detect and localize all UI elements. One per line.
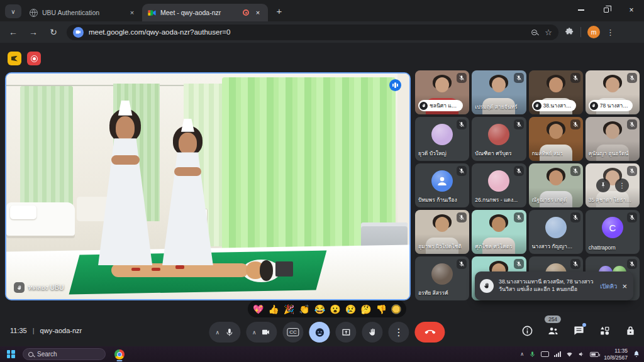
pin-button[interactable] [596, 178, 610, 192]
participant-tile[interactable]: C chattraporn [586, 210, 640, 254]
participant-name: 38.นางสาวเ... [543, 101, 573, 110]
tab-ubu-authentication[interactable]: UBU Authentication × [24, 4, 142, 21]
tab-meet[interactable]: Meet - qwy-aoda-nzr × [142, 4, 268, 21]
record-extension-button[interactable] [27, 52, 41, 65]
reaction-button[interactable]: 🎉 [284, 305, 294, 314]
mic-muted-icon [627, 119, 637, 129]
camera-options-chevron-icon[interactable]: ∧ [252, 329, 257, 336]
participant-tile[interactable]: อรทัย สีสรรค์ [415, 256, 469, 300]
taskbar-chrome-app[interactable] [112, 347, 127, 361]
silhouette-hair [433, 214, 452, 229]
recording-indicator-icon [243, 9, 249, 16]
hidden-icons-chevron[interactable]: ∧ [520, 351, 524, 357]
start-button[interactable] [4, 348, 18, 361]
more-options-button[interactable]: ⋮ [389, 322, 409, 343]
taskbar-search[interactable]: Search [23, 348, 106, 360]
extensions-puzzle-icon[interactable] [565, 26, 574, 38]
battery-icon[interactable] [590, 352, 599, 357]
cellular-signal-icon[interactable] [554, 351, 561, 357]
reaction-button[interactable]: 🤔 [360, 305, 371, 314]
url-bar[interactable]: meet.google.com/qwy-aoda-nzr?authuser=0 … [67, 25, 558, 40]
tab-search-button[interactable]: ∨ [5, 4, 21, 18]
reaction-button[interactable]: 😮 [330, 305, 340, 314]
participant-tile[interactable]: 78 นางสาว วั... [586, 70, 640, 114]
mic-options-chevron-icon[interactable]: ∧ [215, 329, 219, 336]
mic-muted-icon [514, 259, 524, 269]
participant-tile[interactable]: 26.กนกพร - แดง... [472, 163, 526, 207]
volume-icon[interactable] [578, 351, 585, 358]
reaction-button[interactable]: 👏 [299, 305, 309, 314]
chat-button[interactable] [571, 323, 586, 338]
present-screen-button[interactable] [336, 322, 357, 343]
participant-tile[interactable]: 38.นางสาวเ... [529, 70, 583, 114]
bed-pillow [10, 206, 36, 219]
notification-bell-icon[interactable] [633, 349, 640, 360]
participant-tile[interactable]: คุนันญา อุนอรัตน์ [586, 117, 640, 161]
restore-button[interactable] [594, 0, 619, 20]
participant-tile[interactable]: กมลทิพย์ สมร [529, 117, 583, 161]
reaction-button[interactable]: 💖 [253, 305, 264, 314]
bookmark-star-icon[interactable]: ☆ [545, 28, 552, 37]
zoom-search-icon[interactable] [531, 30, 537, 35]
reaction-bar: 💖👍🎉👏😂😮😢🤔👎 [248, 300, 406, 317]
host-controls-button[interactable] [623, 323, 638, 338]
tile-menu-button[interactable]: ⋮ [615, 178, 629, 192]
camera-button[interactable]: ∧ [246, 322, 277, 343]
leave-call-button[interactable] [415, 322, 445, 343]
profile-avatar[interactable]: m [587, 26, 600, 38]
tab-label: UBU Authentication [42, 9, 123, 16]
raise-hand-button[interactable] [362, 322, 383, 343]
reaction-button[interactable]: 👎 [376, 305, 387, 314]
participant-tile[interactable]: บัณฑิตา ศรีบุตร [472, 117, 526, 161]
participant-tile[interactable]: ⋮ 35 สุชาดา โยธาทร... [586, 163, 640, 207]
new-tab-button[interactable]: + [272, 3, 287, 18]
reaction-button[interactable]: 👍 [268, 305, 279, 314]
tab-close-icon[interactable]: × [128, 8, 136, 17]
open-queue-link[interactable]: เปิดคิว [600, 282, 617, 291]
captions-button[interactable]: CC [283, 322, 304, 343]
toast-close-icon[interactable]: × [622, 282, 627, 291]
participant-tile[interactable]: อุมาพร ผิวโปดโชติ [415, 210, 469, 254]
participant-tile[interactable]: เปรมฤดี สายจันทร์ [472, 70, 526, 114]
meeting-details-button[interactable] [519, 323, 535, 338]
close-button[interactable]: × [619, 0, 644, 20]
mic-muted-icon [570, 259, 580, 269]
participant-tile[interactable]: นางสาว กัญญาณั... [529, 210, 583, 254]
mic-active-tray-icon[interactable] [529, 351, 536, 358]
participant-tile[interactable]: ศุภโชค ศรีโคตร [472, 210, 526, 254]
wifi-icon[interactable] [566, 351, 573, 358]
reaction-button[interactable]: 😢 [345, 305, 356, 314]
silhouette-head [549, 170, 563, 185]
mannequin-hair [260, 260, 274, 280]
smiley-icon [314, 327, 325, 337]
wound-mark [131, 268, 140, 272]
taskbar-clock[interactable]: 11:35 10/8/2567 [604, 348, 628, 361]
main-video[interactable]: ทดลอง UBU [5, 72, 411, 300]
participant-tile[interactable]: ยุวดี บัวใหญ่ [415, 117, 469, 161]
system-tray: ∧ 11:35 10/8/2567 [520, 348, 640, 361]
silhouette-hair [489, 75, 508, 90]
browser-menu-icon[interactable]: ⋮ [606, 28, 614, 37]
meet-page: ทดลอง UBU ชลนิศา แก้วป... [0, 43, 644, 346]
reload-button[interactable]: ↻ [47, 27, 60, 37]
reactions-button[interactable] [309, 322, 330, 343]
skin-tone-picker-button[interactable] [391, 304, 401, 314]
participant-avatar: C [602, 217, 623, 238]
mic-button[interactable]: ∧ [209, 322, 240, 343]
participant-tile[interactable]: ณัฐฌาธร เกตุดี [529, 163, 583, 207]
meeting-info: 11:35 | qwy-aoda-nzr [10, 327, 82, 334]
tab-close-icon[interactable]: × [253, 8, 262, 17]
pointer-extension-button[interactable] [8, 52, 21, 65]
silhouette-head [549, 77, 563, 92]
hand-raise-toast: 38.นางสาวเมทานี ดวงสนิท, 78 นางสาว วันวิ… [475, 272, 633, 300]
activities-button[interactable] [597, 323, 612, 338]
participant-tile[interactable]: ปัทมพร ก้านเรือง [415, 163, 469, 207]
people-button[interactable]: 254 [545, 323, 560, 338]
minimize-button[interactable] [569, 0, 594, 20]
reaction-button[interactable]: 😂 [314, 305, 325, 314]
forward-button[interactable]: → [26, 27, 40, 37]
participant-tile[interactable]: ชลนิศา แก้วป... [415, 70, 469, 114]
participant-name: 35 สุชาดา โยธาทร... [589, 195, 633, 204]
back-button[interactable]: ← [6, 27, 20, 37]
touch-keyboard-icon[interactable] [541, 351, 549, 357]
